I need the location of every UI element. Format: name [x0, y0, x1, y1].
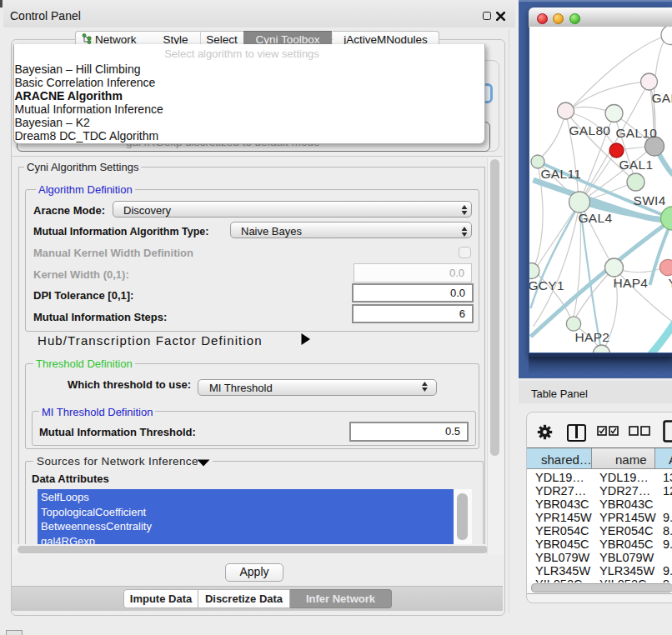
svg-text:GAL1: GAL1 — [619, 158, 654, 172]
svg-text:GCY1: GCY1 — [529, 278, 564, 292]
svg-text:GAL80: GAL80 — [569, 123, 611, 138]
svg-text:GAL10: GAL10 — [616, 126, 658, 140]
svg-text:YM: YM — [669, 276, 672, 290]
svg-text:HAP4: HAP4 — [614, 276, 649, 290]
svg-text:SWI4: SWI4 — [634, 193, 666, 208]
svg-text:HAP2: HAP2 — [575, 330, 610, 344]
svg-text:GAL11: GAL11 — [541, 167, 582, 181]
svg-text:GAL4: GAL4 — [579, 211, 613, 225]
svg-text:GAL7: GAL7 — [652, 91, 672, 105]
